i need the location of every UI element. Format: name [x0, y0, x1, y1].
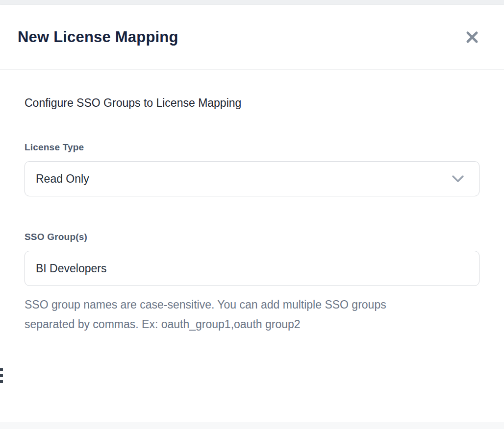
sso-groups-help-text: SSO group names are case-sensitive. You …: [25, 295, 439, 334]
page-bottom-strip: [0, 422, 504, 429]
license-type-select[interactable]: Read Only: [25, 161, 479, 196]
modal-title: New License Mapping: [18, 28, 178, 46]
x-icon: [465, 39, 479, 46]
new-license-mapping-modal: New License Mapping Configure SSO Groups…: [0, 5, 504, 422]
sso-groups-input[interactable]: [25, 251, 479, 286]
modal-body: Configure SSO Groups to License Mapping …: [0, 70, 504, 334]
license-type-label: License Type: [25, 142, 479, 153]
close-button[interactable]: [463, 28, 481, 47]
page-top-strip: [0, 0, 504, 5]
clipped-menu-icon: [0, 368, 3, 383]
license-type-selected-value: Read Only: [36, 172, 89, 186]
sso-groups-label: SSO Group(s): [25, 232, 479, 242]
modal-header: New License Mapping: [0, 5, 504, 70]
page-background: New License Mapping Configure SSO Groups…: [0, 0, 504, 429]
chevron-down-icon: [452, 175, 464, 183]
modal-description: Configure SSO Groups to License Mapping: [25, 70, 479, 110]
